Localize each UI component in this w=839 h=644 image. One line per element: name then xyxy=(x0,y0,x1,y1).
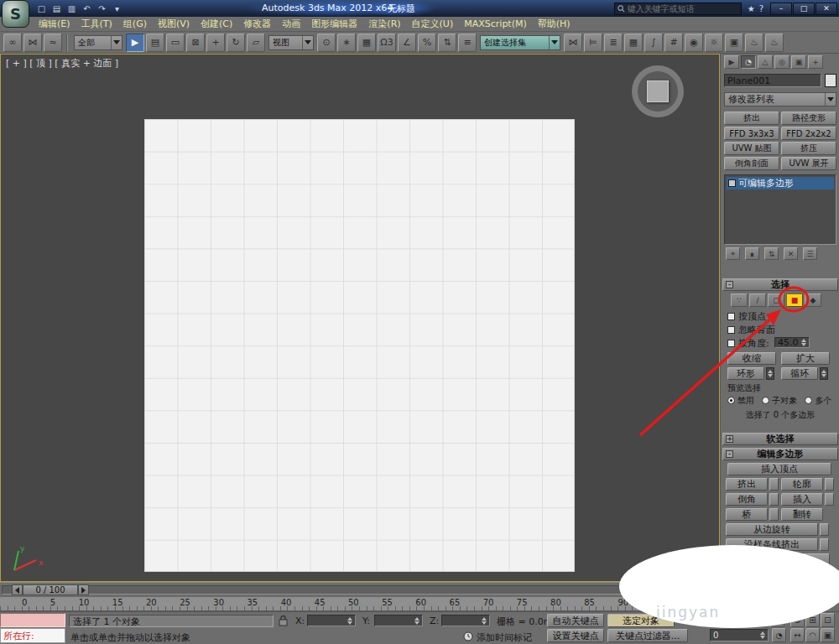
menu-item[interactable]: MAXScript(M) xyxy=(459,18,532,30)
select-and-link-icon[interactable]: ∞ xyxy=(3,34,22,52)
element-subobject-icon[interactable]: ◆ xyxy=(805,293,821,307)
bevel-settings-button[interactable] xyxy=(769,493,779,506)
modifier-list-dropdown[interactable]: 修改器列表 xyxy=(724,92,836,106)
loop-spinner[interactable] xyxy=(820,367,828,380)
show-end-result-icon[interactable]: ∎ xyxy=(745,247,759,260)
menu-item[interactable]: 帮助(H) xyxy=(533,17,576,31)
menu-item[interactable]: 图形编辑器 xyxy=(306,17,362,31)
ring-spinner[interactable] xyxy=(766,367,774,380)
menu-item[interactable]: 修改器 xyxy=(238,17,276,31)
menu-item[interactable]: 工具(T) xyxy=(76,17,117,31)
auto-key-button[interactable]: 自动关键点 xyxy=(547,614,604,627)
modifier-preset-button[interactable]: UVW 展开 xyxy=(781,157,836,170)
selection-lock-icon[interactable] xyxy=(279,615,288,626)
preview-subobject-radio[interactable]: 子对象 xyxy=(762,396,797,405)
grow-button[interactable]: 扩大 xyxy=(781,352,830,365)
menu-item[interactable]: 自定义(U) xyxy=(407,17,459,31)
unlink-selection-icon[interactable]: ⋈ xyxy=(23,34,42,52)
outline-settings-button[interactable] xyxy=(825,478,834,491)
inset-button[interactable]: 插入 xyxy=(781,493,823,506)
mirror-icon[interactable]: ⋈ xyxy=(564,34,582,52)
ring-button[interactable]: 环形 xyxy=(727,367,764,380)
select-by-name-icon[interactable]: ▤ xyxy=(146,34,164,52)
rectangular-selection-region-icon[interactable]: ▭ xyxy=(166,34,185,52)
save-file-icon[interactable]: ▥ xyxy=(65,3,78,15)
search-input[interactable] xyxy=(628,4,738,13)
open-file-icon[interactable]: ▤ xyxy=(50,3,63,15)
render-production-icon[interactable]: ♨ xyxy=(745,34,763,52)
extrude-button[interactable]: 挤出 xyxy=(726,478,768,491)
percent-snap-icon[interactable]: % xyxy=(418,34,436,52)
time-slider-track[interactable] xyxy=(2,585,718,595)
modifier-stack[interactable]: 可编辑多边形 xyxy=(724,174,836,245)
insert-vertex-button[interactable]: 插入顶点 xyxy=(727,463,831,475)
angle-snap-icon[interactable]: ∠ xyxy=(398,34,416,52)
viewcube-core[interactable] xyxy=(647,80,669,102)
x-coordinate-field[interactable] xyxy=(307,615,356,626)
previous-frame-arrow[interactable] xyxy=(12,584,23,595)
graphite-ribbon-icon[interactable]: ▦ xyxy=(624,34,643,52)
modifier-preset-button[interactable]: UVW 贴图 xyxy=(724,142,779,155)
modifier-preset-button[interactable]: FFD 2x2x2 xyxy=(781,127,836,140)
edit-named-selection-sets-icon[interactable]: ≡ xyxy=(458,34,477,52)
loop-button[interactable]: 循环 xyxy=(781,367,818,380)
snaps-toggle-3d-icon[interactable]: Ω3 xyxy=(378,34,396,52)
modifier-preset-button[interactable]: 路径变形 xyxy=(781,112,836,125)
grid-plane-object[interactable] xyxy=(144,119,575,572)
viewport[interactable]: [ + ] [ 顶 ] [ 真实 + 边面 ] x y xyxy=(0,54,720,582)
preview-multi-radio[interactable]: 多个 xyxy=(805,396,831,405)
remove-modifier-icon[interactable]: ✕ xyxy=(784,247,798,260)
menu-item[interactable]: 编辑(E) xyxy=(34,17,76,31)
named-selection-sets-dropdown[interactable]: 创建选择集 xyxy=(480,35,560,50)
undo-icon[interactable]: ↶ xyxy=(81,3,93,15)
select-and-manipulate-icon[interactable]: ∗ xyxy=(337,34,356,52)
menu-item[interactable]: 视图(V) xyxy=(153,17,195,31)
set-key-button[interactable]: 设置关键点 xyxy=(547,629,604,642)
display-tab-icon[interactable]: ▣ xyxy=(791,55,806,69)
bridge-settings-button[interactable] xyxy=(769,508,779,521)
ignore-backfacing-checkbox[interactable]: 忽略背面 xyxy=(727,324,775,336)
motion-tab-icon[interactable]: ◎ xyxy=(774,55,789,69)
next-frame-arrow[interactable] xyxy=(78,584,89,595)
object-name-field[interactable]: Plane001 xyxy=(724,74,821,87)
modifier-preset-button[interactable]: 倒角剖面 xyxy=(724,157,779,170)
bind-to-space-warp-icon[interactable]: ≈ xyxy=(44,34,62,52)
minimize-button[interactable]: – xyxy=(770,3,792,15)
use-pivot-center-icon[interactable]: ⊙ xyxy=(317,34,336,52)
modify-tab-icon[interactable]: ◔ xyxy=(741,55,756,69)
material-editor-icon[interactable]: ◉ xyxy=(685,34,703,52)
selection-rollout-header[interactable]: - 选择 xyxy=(722,278,838,291)
infocenter-search[interactable] xyxy=(614,3,742,15)
close-button[interactable]: ✕ xyxy=(816,3,837,15)
create-tab-icon[interactable]: ▶ xyxy=(724,55,739,69)
extrude-settings-button[interactable] xyxy=(769,478,779,491)
utilities-tab-icon[interactable]: + xyxy=(808,55,823,69)
current-frame-display[interactable]: 0 / 100 xyxy=(23,584,78,595)
modifier-preset-button[interactable]: FFD 3x3x3 xyxy=(724,127,779,140)
border-subobject-icon[interactable]: ◻ xyxy=(768,293,784,307)
maximize-viewport-toggle-icon[interactable]: ▣ xyxy=(821,628,835,642)
modifier-stack-item[interactable]: 可编辑多边形 xyxy=(727,177,834,190)
orbit-icon[interactable]: ◠ xyxy=(805,628,820,642)
spinner-snap-icon[interactable]: ⇅ xyxy=(438,34,456,52)
time-slider-grip[interactable]: 0 / 100 xyxy=(12,584,89,595)
help-icon[interactable]: ? xyxy=(759,4,763,13)
viewport-label[interactable]: [ + ] [ 顶 ] [ 真实 + 边面 ] xyxy=(6,57,118,70)
by-angle-field[interactable]: 45.0 xyxy=(774,337,810,348)
hinge-settings-button[interactable] xyxy=(820,523,829,536)
configure-modifier-sets-icon[interactable]: ☰ xyxy=(803,247,817,260)
menu-item[interactable]: 渲染(R) xyxy=(363,17,405,31)
outline-button[interactable]: 轮廓 xyxy=(781,478,823,491)
layer-manager-icon[interactable]: ≣ xyxy=(604,34,623,52)
y-coordinate-field[interactable] xyxy=(374,615,423,626)
select-object-icon[interactable]: ▶ xyxy=(126,34,144,52)
redo-icon[interactable]: ↷ xyxy=(96,3,108,15)
z-coordinate-field[interactable] xyxy=(441,615,490,626)
menu-item[interactable]: 动画 xyxy=(277,17,305,31)
extrude-along-spline-settings-button[interactable] xyxy=(820,538,829,551)
add-time-tag[interactable]: 添加时间标记 xyxy=(477,631,532,644)
vertex-subobject-icon[interactable]: ∵ xyxy=(731,293,748,307)
pin-stack-icon[interactable]: ⌖ xyxy=(726,247,740,260)
object-color-swatch[interactable] xyxy=(825,74,836,87)
hinge-from-edge-button[interactable]: 从边旋转 xyxy=(726,523,818,536)
